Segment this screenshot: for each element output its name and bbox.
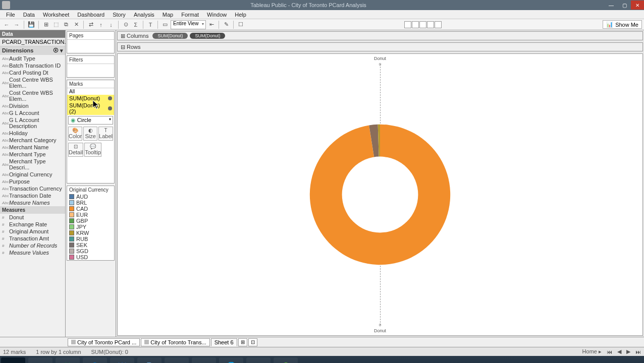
sheet-tab[interactable]: City of Toronto PCard ... [68, 338, 140, 346]
legend-item[interactable]: KRW [67, 230, 114, 236]
legend-item[interactable]: JPY [67, 224, 114, 230]
dimension-field[interactable]: AbcBatch Transaction ID [0, 62, 65, 69]
column-pill[interactable]: SUM(Donut) [152, 33, 188, 39]
view-cards-icon[interactable] [404, 21, 411, 28]
tableau-icon[interactable]: ✦ [246, 357, 271, 363]
dimension-field[interactable]: AbcDivision [0, 102, 65, 109]
fit-selector[interactable]: Entire View [171, 20, 206, 29]
dimension-field[interactable]: AbcCard Posting Dt [0, 69, 65, 76]
sort-desc-button[interactable]: ↓ [106, 20, 116, 29]
chrome-icon[interactable]: 🌐 [219, 357, 243, 363]
dimension-field[interactable]: AbcMerchant Name [0, 144, 65, 151]
view-cards-icon[interactable] [435, 21, 442, 28]
dimension-field[interactable]: AbcG L Account [0, 109, 65, 116]
undo-button[interactable]: ← [2, 20, 11, 29]
visualization-canvas[interactable]: Donut 0 0 Donut [117, 53, 643, 336]
nav-next-icon[interactable]: ▶ [626, 348, 630, 355]
new-dashboard-tab[interactable]: ⊡ [248, 338, 257, 346]
pages-shelf[interactable]: Pages [67, 31, 115, 53]
legend-item[interactable]: USD [67, 254, 114, 260]
highlight-button[interactable]: ✎ [222, 20, 231, 29]
camtasia-icon[interactable]: C [274, 357, 298, 363]
dimension-field[interactable]: AbcCost Centre WBS Elem... [0, 76, 65, 89]
view-cards-icon[interactable] [412, 21, 419, 28]
dimension-field[interactable]: AbcAudit Type [0, 55, 65, 62]
legend-item[interactable]: AUD [67, 194, 114, 200]
duplicate-button[interactable]: ⧉ [62, 20, 71, 29]
sheet-tab-active[interactable]: Sheet 6 [211, 338, 237, 346]
save-button[interactable]: 💾 [27, 20, 36, 29]
sort-asc-button[interactable]: ↑ [96, 20, 105, 29]
new-worksheet-button[interactable]: ⬚ [51, 20, 61, 29]
dimension-field[interactable]: AbcCost Centre WBS Elem... [0, 89, 65, 102]
dimension-field[interactable]: AbcMerchant Type Descri... [0, 158, 65, 171]
legend-item[interactable]: SEK [67, 242, 114, 248]
app-icon[interactable]: R [137, 357, 162, 363]
view-cards-icon[interactable] [419, 21, 426, 28]
dimension-field[interactable]: AbcG L Account Description [0, 116, 65, 130]
dimension-field[interactable]: AbcMerchant Type [0, 151, 65, 158]
minimize-button[interactable]: — [605, 1, 618, 10]
marks-layer-2[interactable]: SUM(Donut) (2) [67, 102, 114, 115]
show-me-button[interactable]: 📊 Show Me [603, 20, 642, 29]
mark-type-selector[interactable]: ◉ Circle [68, 116, 113, 125]
format-button[interactable]: ☐ [236, 20, 245, 29]
explorer-icon[interactable]: 📁 [28, 357, 52, 363]
legend-item[interactable]: BRL [67, 200, 114, 206]
legend-item[interactable]: GBP [67, 218, 114, 224]
dimension-field[interactable]: AbcTransaction Date [0, 192, 65, 199]
dimension-field[interactable]: AbcPurpose [0, 178, 65, 185]
nav-prev-icon[interactable]: ◀ [617, 348, 621, 355]
presentation-button[interactable]: ▭ [160, 20, 170, 29]
menu-format[interactable]: Format [177, 12, 203, 18]
menu-story[interactable]: Story [109, 12, 130, 18]
dimension-field[interactable]: AbcHoliday [0, 130, 65, 137]
close-button[interactable]: ✕ [631, 1, 644, 10]
menu-analysis[interactable]: Analysis [130, 12, 158, 18]
measure-field[interactable]: #Transaction Amt [0, 235, 65, 242]
column-pill[interactable]: SUM(Donut) [190, 33, 225, 39]
menu-map[interactable]: Map [158, 12, 177, 18]
nav-last-icon[interactable]: ⏭ [635, 349, 641, 355]
fix-axes-button[interactable]: ⇤ [207, 20, 216, 29]
nav-first-icon[interactable]: ⏮ [607, 349, 612, 355]
legend-item[interactable]: EUR [67, 212, 114, 218]
measure-field[interactable]: #Exchange Rate [0, 221, 65, 228]
menu-dashboard[interactable]: Dashboard [73, 12, 109, 18]
maximize-button[interactable]: ▢ [618, 1, 631, 10]
labels-button[interactable]: T [146, 20, 155, 29]
redo-button[interactable]: → [12, 20, 21, 29]
status-user[interactable]: Home ▸ [582, 348, 602, 355]
connect-button[interactable]: ⊞ [41, 20, 50, 29]
menu-window[interactable]: Window [203, 12, 231, 18]
columns-shelf[interactable]: ⊞Columns SUM(Donut) SUM(Donut) [117, 31, 643, 40]
excel-icon[interactable]: X [56, 357, 80, 363]
marks-layer-1[interactable]: SUM(Donut) [67, 95, 114, 102]
word-icon[interactable]: W [110, 357, 134, 363]
sheet-tab[interactable]: City of Toronto Trans... [141, 338, 209, 346]
app-icon[interactable]: 🖥 [192, 357, 216, 363]
swap-button[interactable]: ⇄ [86, 20, 95, 29]
clear-button[interactable]: ✕ [72, 20, 81, 29]
measure-field[interactable]: #Number of Records [0, 242, 65, 249]
legend-item[interactable]: SGD [67, 248, 114, 254]
start-button[interactable]: ⊞ [1, 357, 25, 363]
tooltip-button[interactable]: 💬Tooltip [84, 143, 101, 157]
menu-data[interactable]: Data [19, 12, 39, 18]
legend-item[interactable]: RUB [67, 236, 114, 242]
size-button[interactable]: ◐Size [83, 127, 97, 141]
dimension-field[interactable]: AbcOriginal Currency [0, 171, 65, 178]
new-worksheet-tab[interactable]: ⊞ [238, 338, 247, 346]
app-icon[interactable]: 🗂 [165, 357, 189, 363]
legend-item[interactable]: CAD [67, 206, 114, 212]
filters-shelf[interactable]: Filters [67, 55, 115, 78]
dimension-field[interactable]: AbcTransaction Currency [0, 185, 65, 192]
data-source[interactable]: PCARD_TRANSACTION... [0, 38, 65, 46]
detail-button[interactable]: ⊡Detail [68, 143, 83, 157]
group-button[interactable]: ⊙ [121, 20, 130, 29]
dimension-field[interactable]: AbcMerchant Category [0, 137, 65, 144]
measure-field[interactable]: #Measure Values [0, 249, 65, 256]
label-button[interactable]: TLabel [98, 127, 113, 141]
measure-field[interactable]: #Original Amount [0, 228, 65, 235]
totals-button[interactable]: Σ [131, 20, 140, 29]
